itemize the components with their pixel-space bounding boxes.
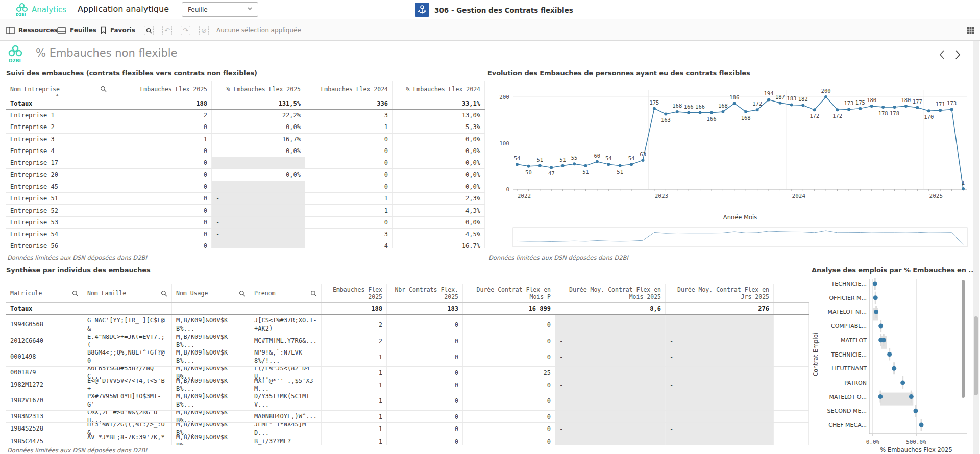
- dimension-cell[interactable]: Entreprise 53: [6, 217, 111, 228]
- dimension-cell[interactable]: M,B/K09]&O0V$KB%...: [172, 391, 250, 410]
- data-point[interactable]: [699, 111, 702, 114]
- distribution-chart[interactable]: TECHNICIE...OFFICIER M...MATELOT NI...CO…: [812, 275, 974, 454]
- data-point[interactable]: [881, 338, 886, 342]
- data-point[interactable]: [919, 423, 924, 427]
- page-scrollbar-thumb[interactable]: [974, 316, 978, 395]
- data-point[interactable]: [893, 106, 896, 109]
- category-label[interactable]: MATELOT NI...: [828, 309, 867, 315]
- category-label[interactable]: TECHNICIE...: [831, 281, 867, 287]
- data-point[interactable]: [939, 109, 942, 112]
- data-point[interactable]: [527, 165, 530, 168]
- data-point[interactable]: [516, 163, 519, 166]
- more-menu-icon[interactable]: ⋯: [552, 3, 561, 12]
- data-point[interactable]: [887, 352, 892, 357]
- dimension-cell[interactable]: 1983N2313: [6, 411, 83, 422]
- data-point[interactable]: [538, 164, 542, 167]
- data-point[interactable]: [874, 310, 878, 314]
- data-point[interactable]: [904, 105, 908, 108]
- dimension-cell[interactable]: B_+/3??MF?: [250, 435, 322, 445]
- column-header[interactable]: Prenom: [250, 284, 322, 302]
- data-point[interactable]: [847, 108, 850, 111]
- dimension-cell[interactable]: MA0N8H4OYL,)W^...: [250, 411, 322, 422]
- data-point[interactable]: [881, 106, 885, 109]
- data-point[interactable]: [859, 107, 862, 110]
- data-point[interactable]: [584, 164, 587, 167]
- search-icon[interactable]: [72, 290, 79, 297]
- dimension-cell[interactable]: B8GM4<;;Q%,N8L+^+G(?@0: [83, 347, 172, 366]
- data-point[interactable]: [573, 162, 576, 165]
- category-label[interactable]: SECOND ME...: [827, 408, 867, 414]
- dimension-cell[interactable]: M,B/K09]&O0V$KB%...: [172, 423, 250, 435]
- data-point[interactable]: [550, 166, 553, 169]
- dimension-cell[interactable]: E<@_D)VV5V<7<]4,(<S'B+: [83, 379, 172, 391]
- dimension-cell[interactable]: 1994G0568: [6, 315, 83, 335]
- column-header[interactable]: Embauches Flex 2025▼: [322, 284, 387, 302]
- dimension-cell[interactable]: M,B/K09]&O0V$KB%...: [172, 379, 250, 391]
- page-scrollbar-track[interactable]: [973, 41, 979, 454]
- chart-navigator[interactable]: [513, 228, 967, 247]
- data-point[interactable]: [721, 110, 724, 113]
- column-header[interactable]: Nbr Contrats Flex. 2025: [387, 284, 463, 302]
- dimension-cell[interactable]: 2012C6640: [6, 335, 83, 347]
- category-label[interactable]: OFFICIER M...: [829, 295, 867, 301]
- dimension-cell[interactable]: Entreprise 3: [6, 134, 111, 145]
- category-label[interactable]: TECHNICIE...: [831, 351, 867, 358]
- dimension-cell[interactable]: Entreprise 56: [6, 240, 111, 248]
- dimension-cell[interactable]: 1985C4475: [6, 435, 83, 445]
- dimension-cell[interactable]: 1982V1670: [6, 391, 83, 410]
- data-point[interactable]: [962, 187, 965, 190]
- data-point[interactable]: [687, 111, 690, 114]
- dimension-cell[interactable]: C%X,2E`#>0'W&\2RG`OH...: [83, 411, 172, 422]
- dimension-cell[interactable]: M,B/K09]&O0V$KB%...: [172, 411, 250, 422]
- dimension-cell[interactable]: MC#TM]ML.Y7R6&...: [250, 335, 322, 347]
- dimension-cell[interactable]: 0001498: [6, 347, 83, 366]
- data-point[interactable]: [870, 105, 873, 108]
- data-point[interactable]: [824, 95, 827, 98]
- data-point[interactable]: [642, 159, 645, 162]
- clear-selections-icon[interactable]: ⊘: [199, 26, 209, 35]
- dimension-cell[interactable]: MX[_@*''_.,$5'X3M...: [250, 379, 322, 391]
- dimension-cell[interactable]: G=NAC'[YY;[TR_=][C$L@&: [83, 315, 172, 335]
- data-point[interactable]: [801, 104, 804, 107]
- data-point[interactable]: [607, 163, 610, 166]
- data-point[interactable]: [790, 103, 793, 106]
- data-point[interactable]: [873, 282, 877, 286]
- column-header[interactable]: Matricule: [6, 284, 83, 302]
- data-point[interactable]: [878, 394, 883, 399]
- sheets-button[interactable]: Feuilles: [57, 19, 96, 41]
- favorites-button[interactable]: Favoris: [100, 19, 135, 41]
- data-point[interactable]: [653, 107, 656, 110]
- data-point[interactable]: [913, 409, 918, 413]
- category-label[interactable]: PATRON: [844, 380, 867, 386]
- dimension-cell[interactable]: PX#7V95WF0*H]!O$3MT-G': [83, 391, 172, 410]
- analytics-logo[interactable]: D2BI Analytics: [15, 2, 77, 17]
- selections-search-icon[interactable]: [144, 26, 154, 35]
- column-header[interactable]: Durée Contrat Flex en Mois P: [463, 284, 555, 302]
- data-point[interactable]: [767, 98, 770, 101]
- data-point[interactable]: [836, 108, 839, 111]
- chart-scrollbar-thumb[interactable]: [962, 280, 965, 398]
- column-header[interactable]: Embauches Flex 2024: [305, 81, 393, 97]
- column-header[interactable]: Nom Entreprise▲: [6, 81, 111, 97]
- data-point[interactable]: [900, 380, 905, 385]
- column-header[interactable]: Durée Moy. Contrat Flex en Mois 2025: [555, 284, 666, 302]
- dimension-cell[interactable]: E.4"N8DC>+=JK(=EVT7.;(: [83, 335, 172, 347]
- data-point[interactable]: [664, 112, 667, 115]
- dimension-cell[interactable]: JLML"`1*NX4S]MD...: [250, 423, 322, 435]
- dimension-cell[interactable]: M,B/K09]&O0V$KB%...: [172, 435, 250, 445]
- dimension-cell[interactable]: M,B/K09]&O0V$KB%...: [172, 315, 250, 335]
- dimension-cell[interactable]: Entreprise 52: [6, 205, 111, 216]
- search-icon[interactable]: [239, 290, 246, 297]
- category-label[interactable]: MATELOT: [841, 337, 867, 344]
- dimension-cell[interactable]: Entreprise 45: [6, 181, 111, 192]
- dimension-cell[interactable]: Entreprise 4: [6, 145, 111, 157]
- dimension-cell[interactable]: Entreprise 1: [6, 110, 111, 121]
- resources-button[interactable]: Ressources: [6, 19, 58, 41]
- column-header[interactable]: Nom Famille: [83, 284, 172, 302]
- data-point[interactable]: [892, 366, 896, 371]
- column-header[interactable]: % Embauches Flex 2024: [393, 81, 485, 97]
- app-icon[interactable]: [415, 3, 429, 17]
- dimension-cell[interactable]: J[CS<T%#37R;XO.T-+AK2): [250, 315, 322, 335]
- data-point[interactable]: [561, 164, 565, 167]
- category-label[interactable]: CHEF MECA...: [828, 422, 867, 428]
